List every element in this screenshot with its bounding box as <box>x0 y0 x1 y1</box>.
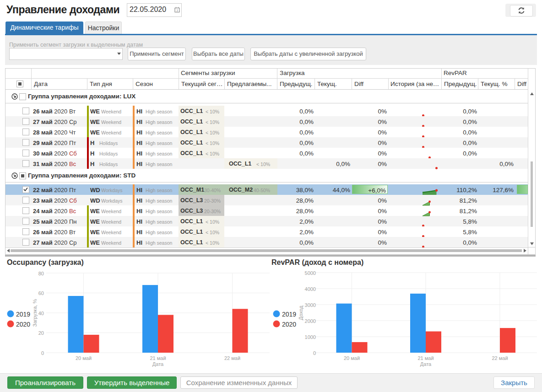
svg-text:2000: 2000 <box>305 318 316 324</box>
svg-text:Доход: Доход <box>298 306 304 320</box>
svg-text:2020: 2020 <box>282 321 296 328</box>
svg-text:20 май: 20 май <box>76 355 92 361</box>
svg-text:22 май: 22 май <box>224 355 240 361</box>
svg-text:4000: 4000 <box>305 286 316 292</box>
svg-text:2019: 2019 <box>16 311 30 318</box>
svg-text:0: 0 <box>41 350 44 356</box>
svg-text:Загрузка, %: Загрузка, % <box>32 299 38 327</box>
svg-text:5000: 5000 <box>305 270 316 276</box>
svg-text:60: 60 <box>38 290 44 296</box>
svg-text:20: 20 <box>38 330 44 336</box>
svg-text:2019: 2019 <box>282 311 296 318</box>
svg-text:21 май: 21 май <box>150 355 166 361</box>
svg-text:1000: 1000 <box>305 334 316 340</box>
svg-text:40: 40 <box>38 311 44 316</box>
svg-text:3000: 3000 <box>305 302 316 308</box>
svg-text:2020: 2020 <box>16 321 30 328</box>
svg-text:80: 80 <box>38 271 44 276</box>
svg-text:0: 0 <box>313 350 316 356</box>
svg-text:Дата: Дата <box>152 361 164 367</box>
svg-text:20 май: 20 май <box>344 355 360 361</box>
svg-text:21 май: 21 май <box>417 355 434 361</box>
svg-text:7: 7 <box>176 9 178 13</box>
svg-text:22 май: 22 май <box>492 355 508 361</box>
svg-text:Дата: Дата <box>420 361 432 367</box>
